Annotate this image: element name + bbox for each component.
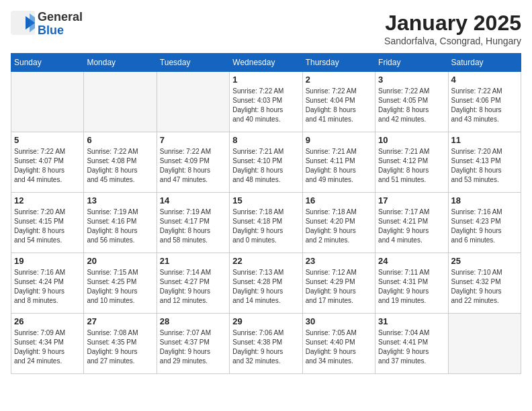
- day-number: 15: [232, 195, 299, 205]
- day-number: 20: [87, 256, 153, 266]
- day-info: Sunrise: 7:10 AM Sunset: 4:32 PM Dayligh…: [451, 268, 518, 306]
- day-number: 29: [232, 316, 299, 326]
- day-info: Sunrise: 7:22 AM Sunset: 4:07 PM Dayligh…: [14, 147, 81, 185]
- calendar-header-row: SundayMondayTuesdayWednesdayThursdayFrid…: [11, 54, 521, 72]
- day-info: Sunrise: 7:20 AM Sunset: 4:15 PM Dayligh…: [14, 208, 81, 245]
- day-number: 21: [160, 256, 226, 266]
- day-number: 9: [306, 135, 372, 145]
- calendar-cell: 18Sunrise: 7:16 AM Sunset: 4:23 PM Dayli…: [448, 193, 521, 253]
- logo-blue-text: Blue: [38, 24, 83, 38]
- day-info: Sunrise: 7:11 AM Sunset: 4:31 PM Dayligh…: [378, 268, 445, 306]
- week-row-1: 1Sunrise: 7:22 AM Sunset: 4:03 PM Daylig…: [11, 72, 521, 132]
- day-number: 25: [451, 256, 518, 266]
- calendar-cell: 5Sunrise: 7:22 AM Sunset: 4:07 PM Daylig…: [11, 132, 84, 193]
- calendar-cell: 11Sunrise: 7:20 AM Sunset: 4:13 PM Dayli…: [448, 132, 521, 193]
- calendar-cell: 21Sunrise: 7:14 AM Sunset: 4:27 PM Dayli…: [157, 253, 229, 314]
- day-info: Sunrise: 7:19 AM Sunset: 4:16 PM Dayligh…: [87, 208, 153, 245]
- day-number: 1: [232, 75, 299, 85]
- column-header-saturday: Saturday: [448, 54, 521, 72]
- day-info: Sunrise: 7:20 AM Sunset: 4:13 PM Dayligh…: [451, 147, 518, 185]
- day-number: 12: [14, 195, 81, 205]
- day-info: Sunrise: 7:06 AM Sunset: 4:38 PM Dayligh…: [232, 328, 299, 366]
- day-info: Sunrise: 7:07 AM Sunset: 4:37 PM Dayligh…: [160, 328, 226, 366]
- day-info: Sunrise: 7:05 AM Sunset: 4:40 PM Dayligh…: [306, 328, 372, 366]
- day-number: 18: [451, 195, 518, 205]
- location-subtitle: Sandorfalva, Csongrad, Hungary: [384, 36, 521, 46]
- column-header-monday: Monday: [84, 54, 157, 72]
- day-number: 26: [14, 316, 81, 326]
- day-info: Sunrise: 7:19 AM Sunset: 4:17 PM Dayligh…: [160, 208, 226, 245]
- day-info: Sunrise: 7:21 AM Sunset: 4:12 PM Dayligh…: [378, 147, 445, 185]
- day-number: 14: [160, 195, 226, 205]
- day-number: 6: [87, 135, 153, 145]
- calendar-cell: 25Sunrise: 7:10 AM Sunset: 4:32 PM Dayli…: [448, 253, 521, 314]
- calendar-cell: 4Sunrise: 7:22 AM Sunset: 4:06 PM Daylig…: [448, 72, 521, 132]
- calendar-cell: 13Sunrise: 7:19 AM Sunset: 4:16 PM Dayli…: [84, 193, 157, 253]
- day-info: Sunrise: 7:13 AM Sunset: 4:28 PM Dayligh…: [232, 268, 299, 306]
- calendar-cell: 3Sunrise: 7:22 AM Sunset: 4:05 PM Daylig…: [375, 72, 448, 132]
- week-row-2: 5Sunrise: 7:22 AM Sunset: 4:07 PM Daylig…: [11, 132, 521, 193]
- calendar-cell: 19Sunrise: 7:16 AM Sunset: 4:24 PM Dayli…: [11, 253, 84, 314]
- logo: General Blue: [11, 11, 83, 38]
- day-info: Sunrise: 7:09 AM Sunset: 4:34 PM Dayligh…: [14, 328, 81, 366]
- day-number: 17: [378, 195, 445, 205]
- day-info: Sunrise: 7:22 AM Sunset: 4:06 PM Dayligh…: [451, 87, 518, 124]
- calendar-cell: 14Sunrise: 7:19 AM Sunset: 4:17 PM Dayli…: [157, 193, 229, 253]
- day-info: Sunrise: 7:16 AM Sunset: 4:24 PM Dayligh…: [14, 268, 81, 306]
- calendar-cell: 1Sunrise: 7:22 AM Sunset: 4:03 PM Daylig…: [230, 72, 302, 132]
- day-number: 11: [451, 135, 518, 145]
- day-number: 4: [451, 75, 518, 85]
- day-info: Sunrise: 7:22 AM Sunset: 4:05 PM Dayligh…: [378, 87, 445, 124]
- day-info: Sunrise: 7:21 AM Sunset: 4:10 PM Dayligh…: [232, 147, 299, 185]
- calendar-cell: [11, 72, 84, 132]
- day-number: 2: [306, 75, 372, 85]
- week-row-4: 19Sunrise: 7:16 AM Sunset: 4:24 PM Dayli…: [11, 253, 521, 314]
- calendar-cell: 22Sunrise: 7:13 AM Sunset: 4:28 PM Dayli…: [230, 253, 302, 314]
- day-number: 13: [87, 195, 153, 205]
- day-info: Sunrise: 7:18 AM Sunset: 4:20 PM Dayligh…: [306, 208, 372, 245]
- day-info: Sunrise: 7:22 AM Sunset: 4:03 PM Dayligh…: [232, 87, 299, 124]
- day-info: Sunrise: 7:18 AM Sunset: 4:18 PM Dayligh…: [232, 208, 299, 245]
- day-number: 3: [378, 75, 445, 85]
- month-title: January 2025: [384, 11, 521, 36]
- day-number: 10: [378, 135, 445, 145]
- calendar-cell: 10Sunrise: 7:21 AM Sunset: 4:12 PM Dayli…: [375, 132, 448, 193]
- calendar-cell: 28Sunrise: 7:07 AM Sunset: 4:37 PM Dayli…: [157, 314, 229, 374]
- day-number: 31: [378, 316, 445, 326]
- calendar-cell: 2Sunrise: 7:22 AM Sunset: 4:04 PM Daylig…: [302, 72, 375, 132]
- calendar-cell: [84, 72, 157, 132]
- day-info: Sunrise: 7:04 AM Sunset: 4:41 PM Dayligh…: [378, 328, 445, 366]
- logo-icon: [11, 11, 35, 35]
- day-info: Sunrise: 7:22 AM Sunset: 4:08 PM Dayligh…: [87, 147, 153, 185]
- day-number: 22: [232, 256, 299, 266]
- day-number: 30: [306, 316, 372, 326]
- day-info: Sunrise: 7:08 AM Sunset: 4:35 PM Dayligh…: [87, 328, 153, 366]
- day-info: Sunrise: 7:16 AM Sunset: 4:23 PM Dayligh…: [451, 208, 518, 245]
- page-header: General Blue January 2025 Sandorfalva, C…: [11, 11, 521, 46]
- calendar-cell: 12Sunrise: 7:20 AM Sunset: 4:15 PM Dayli…: [11, 193, 84, 253]
- day-number: 5: [14, 135, 81, 145]
- logo-general-text: General: [38, 11, 83, 24]
- column-header-sunday: Sunday: [11, 54, 84, 72]
- day-number: 28: [160, 316, 226, 326]
- day-number: 27: [87, 316, 153, 326]
- column-header-thursday: Thursday: [302, 54, 375, 72]
- day-info: Sunrise: 7:22 AM Sunset: 4:09 PM Dayligh…: [160, 147, 226, 185]
- calendar-cell: 6Sunrise: 7:22 AM Sunset: 4:08 PM Daylig…: [84, 132, 157, 193]
- day-info: Sunrise: 7:21 AM Sunset: 4:11 PM Dayligh…: [306, 147, 372, 185]
- calendar-cell: 8Sunrise: 7:21 AM Sunset: 4:10 PM Daylig…: [230, 132, 302, 193]
- calendar-cell: 23Sunrise: 7:12 AM Sunset: 4:29 PM Dayli…: [302, 253, 375, 314]
- column-header-friday: Friday: [375, 54, 448, 72]
- title-block: January 2025 Sandorfalva, Csongrad, Hung…: [384, 11, 521, 46]
- day-info: Sunrise: 7:22 AM Sunset: 4:04 PM Dayligh…: [306, 87, 372, 124]
- day-number: 23: [306, 256, 372, 266]
- calendar-cell: 20Sunrise: 7:15 AM Sunset: 4:25 PM Dayli…: [84, 253, 157, 314]
- week-row-5: 26Sunrise: 7:09 AM Sunset: 4:34 PM Dayli…: [11, 314, 521, 374]
- calendar-cell: 9Sunrise: 7:21 AM Sunset: 4:11 PM Daylig…: [302, 132, 375, 193]
- day-number: 7: [160, 135, 226, 145]
- calendar-cell: 30Sunrise: 7:05 AM Sunset: 4:40 PM Dayli…: [302, 314, 375, 374]
- calendar-cell: 16Sunrise: 7:18 AM Sunset: 4:20 PM Dayli…: [302, 193, 375, 253]
- calendar-cell: 7Sunrise: 7:22 AM Sunset: 4:09 PM Daylig…: [157, 132, 229, 193]
- calendar-table: SundayMondayTuesdayWednesdayThursdayFrid…: [11, 53, 521, 374]
- calendar-cell: 31Sunrise: 7:04 AM Sunset: 4:41 PM Dayli…: [375, 314, 448, 374]
